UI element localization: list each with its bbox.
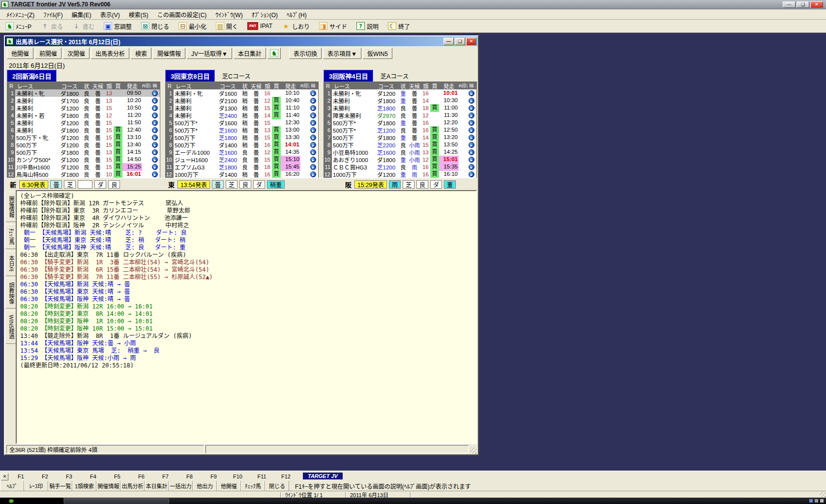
race-row[interactable]: 10ジューH1600芝2400良曇15買15:10▶ [166, 156, 318, 163]
horse-icon-button[interactable]: ♞ [267, 48, 281, 59]
race-row[interactable]: 121000万下ダ1200重雨16買16:10▶ [324, 170, 476, 178]
play-video-icon[interactable]: ▶ [152, 112, 158, 118]
race-row[interactable]: 3未勝利ダ1200良曇1510:50▶ [7, 104, 160, 112]
window-toolbar-button[interactable]: JV一括取得▼ [187, 48, 232, 59]
play-video-icon[interactable]: ▶ [469, 127, 474, 133]
play-video-icon[interactable]: ▶ [310, 149, 316, 155]
race-row[interactable]: 10あおぎり1000ダ1800重小雨12買15:01▶ [324, 156, 476, 163]
play-video-icon[interactable]: ▶ [152, 142, 158, 148]
play-video-icon[interactable]: ▶ [310, 98, 316, 104]
race-row[interactable]: 2未勝利ダ1800重曇1410:30▶ [324, 97, 476, 104]
toolbar-button-arrow-up[interactable]: ↑戻る [39, 21, 64, 31]
window-toolbar-button[interactable]: 開催情報 [153, 48, 185, 59]
toolbar-button-window-adjust[interactable]: ▣窓調整 [102, 21, 133, 31]
play-video-icon[interactable]: ▶ [152, 135, 158, 140]
window-toolbar-button[interactable]: 本日集計 [234, 48, 266, 59]
play-video-icon[interactable]: ▶ [310, 164, 316, 170]
mdi-close-button[interactable]: ✕ [466, 38, 476, 45]
race-row[interactable]: 1未勝利・牝ダ1200重曇1610:01▶ [324, 89, 476, 97]
race-row[interactable]: 4障害未勝利ダ2970良曇1211:30▶ [324, 112, 476, 119]
toolbar-button-bookmark[interactable]: ★しおり [280, 21, 311, 31]
menu-item[interactable]: 検索(S) [124, 9, 153, 20]
race-row[interactable]: 6未勝利ダ1800良曇15買12:40▶ [7, 126, 160, 134]
menu-item[interactable]: 編集(E) [67, 9, 96, 20]
play-video-icon[interactable]: ▶ [469, 105, 474, 111]
race-row[interactable]: 7500万下芝1800稍曇15買13:30▶ [166, 134, 318, 141]
fkey-button[interactable]: 出馬分析 [120, 481, 145, 491]
play-video-icon[interactable]: ▶ [310, 157, 316, 163]
race-row[interactable]: 7500万下・牝ダ1200良曇15買13:10▶ [7, 134, 160, 141]
play-video-icon[interactable]: ▶ [152, 149, 158, 155]
race-row[interactable]: 12鳥海山特500ダ1800良曇10買16:01▶ [7, 170, 160, 178]
toolbar-button-side-panel[interactable]: ◨サイド [318, 21, 349, 31]
play-video-icon[interactable]: ▶ [310, 105, 316, 111]
play-video-icon[interactable]: ▶ [310, 171, 316, 177]
race-row[interactable]: 3未勝利芝1800良曇18買11:00▶ [324, 104, 476, 112]
toolbar-button-horse[interactable]: ♞ﾒﾆｭｰP [4, 21, 33, 31]
race-row[interactable]: 121000万下ダ1400稍曇16買16:20▶ [166, 170, 318, 178]
race-row[interactable]: 6500万下*芝1600稍曇13買13:00▶ [166, 126, 318, 134]
play-video-icon[interactable]: ▶ [469, 142, 474, 148]
play-video-icon[interactable]: ▶ [310, 90, 316, 96]
mdi-minimize-button[interactable]: — [443, 38, 454, 45]
window-toolbar-button[interactable]: 検索 [131, 48, 151, 59]
race-row[interactable]: 1未勝利・牝ダ1600稍曇1610:10▶ [166, 89, 318, 97]
menu-item[interactable]: ﾒｲﾝﾒﾆｭｰ(Z) [2, 9, 39, 20]
play-video-icon[interactable]: ▶ [469, 135, 474, 140]
app-resize-grip[interactable] [820, 491, 826, 497]
play-video-icon[interactable]: ▶ [152, 90, 158, 96]
play-video-icon[interactable]: ▶ [469, 90, 474, 96]
menu-item[interactable]: ﾌｧｲﾙ(F) [39, 9, 67, 20]
race-row[interactable]: 6500万下*芝1200良曇16買12:50▶ [324, 126, 476, 134]
toolbar-button-arrow-down[interactable]: ↓進む [71, 21, 96, 31]
race-row[interactable]: 9エーデル1000芝1600良曇12買14:35▶ [166, 148, 318, 156]
play-video-icon[interactable]: ▶ [152, 164, 158, 170]
fkey-button[interactable]: ﾁｪｯｸ馬 [241, 481, 265, 491]
fkey-button[interactable]: 閉じる [265, 481, 289, 491]
play-video-icon[interactable]: ▶ [469, 120, 474, 126]
toolbar-button-help-doc[interactable]: ?説明 [355, 21, 380, 31]
race-row[interactable]: 9500万下ダ1800良曇13買14:15▶ [7, 148, 160, 156]
fkey-button[interactable]: 他出力 [193, 481, 217, 491]
race-row[interactable]: 4未勝利芝2400稍曇14買11:40▶ [166, 112, 318, 119]
side-tab-0[interactable]: 開催情報 [5, 192, 16, 222]
play-video-icon[interactable]: ▶ [310, 142, 316, 148]
race-row[interactable]: 11ＣＢＣ賞HG3芝1200良雨16買15:35▶ [324, 163, 476, 170]
play-video-icon[interactable]: ▶ [152, 157, 158, 163]
side-tab-1[interactable]: ﾁｪｯｸ馬 [5, 224, 16, 249]
toolbar-button-exit[interactable]: ☾終了 [386, 21, 412, 31]
minimize-button[interactable]: — [783, 1, 796, 8]
play-video-icon[interactable]: ▶ [469, 157, 474, 163]
window-toolbar-button[interactable]: 前開催 [35, 48, 61, 59]
mdi-restore-button[interactable]: ❑ [455, 38, 465, 45]
race-row[interactable]: 2未勝利ダ2100稍曇12買10:40▶ [166, 97, 318, 104]
start-button[interactable] [0, 498, 63, 504]
fkey-button[interactable]: 他開催 [217, 481, 241, 491]
menu-item[interactable]: 表示(V) [96, 9, 124, 20]
toolbar-button-close-window[interactable]: ⊠閉じる [140, 21, 171, 31]
race-row[interactable]: 5500万下*ダ1600稍曇1512:30▶ [166, 119, 318, 126]
race-row[interactable]: 4未勝利・若ダ1800良曇1211:20▶ [7, 112, 160, 119]
play-video-icon[interactable]: ▶ [469, 149, 474, 155]
side-tab-3[interactable]: 調教映像 [5, 278, 16, 308]
window-toolbar-button[interactable]: 出馬表分析 [91, 48, 129, 59]
fkey-button[interactable]: ﾍﾙﾌﾟ [0, 481, 24, 491]
fkey-button[interactable]: 開催情報 [96, 481, 120, 491]
fkey-button[interactable]: 本日集計 [145, 481, 169, 491]
window-toolbar-button[interactable]: 仮WIN5 [363, 48, 392, 59]
fkey-bar-close-icon[interactable]: ✕ [1, 473, 8, 480]
race-row[interactable]: 2未勝利ダ1700良曇1310:20▶ [7, 97, 160, 104]
mdi-title-bar[interactable]: ♞ 出馬表レース選択・2011年 6月12日(日) — ❑ ✕ [5, 36, 478, 46]
fkey-button[interactable]: 騎手一覧 [48, 481, 72, 491]
toolbar-button-open-file[interactable]: ▤開く [214, 21, 239, 31]
race-row[interactable]: 5500万下*ダ1800重曇1612:20▶ [324, 119, 476, 126]
play-video-icon[interactable]: ▶ [152, 127, 158, 133]
toolbar-button-minimize-window[interactable]: ⊟最小化 [177, 21, 208, 31]
window-toolbar-button[interactable]: 他開催 [7, 48, 33, 59]
race-row[interactable]: 10カンゾウ500*ダ1200良曇15買14:50▶ [7, 156, 160, 163]
maximize-button[interactable]: ❑ [796, 1, 809, 8]
side-tab-4[interactable]: WIN5経過 [5, 310, 16, 344]
fkey-button[interactable]: 1頭検索 [72, 481, 96, 491]
close-button[interactable]: ✕ [810, 1, 823, 8]
play-video-icon[interactable]: ▶ [469, 164, 474, 170]
